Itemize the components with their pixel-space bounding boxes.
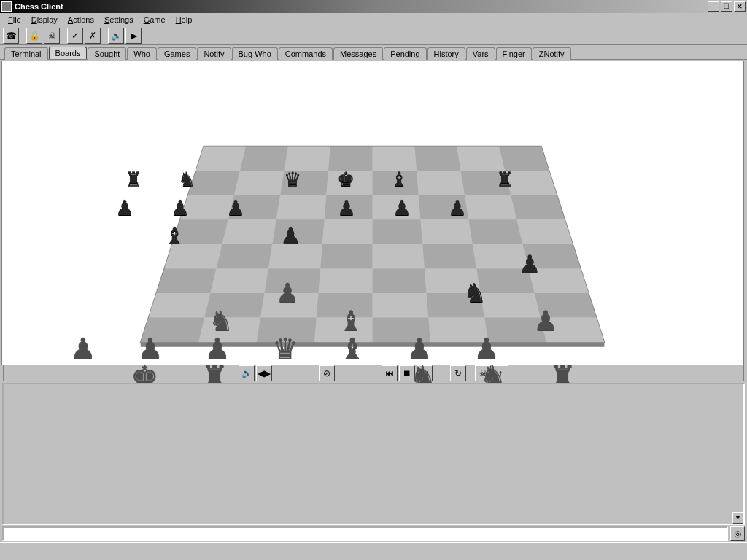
decline-button[interactable]: ✗ (85, 28, 101, 44)
close-button[interactable]: ✕ (734, 1, 746, 12)
svg-marker-30 (373, 219, 423, 244)
svg-marker-47 (425, 268, 481, 293)
check-icon: ✓ (71, 31, 79, 41)
svg-marker-16 (461, 171, 511, 195)
svg-marker-27 (222, 219, 276, 244)
svg-marker-8 (457, 146, 505, 171)
tab-sought[interactable]: Sought (88, 47, 126, 60)
tab-history[interactable]: History (427, 47, 465, 60)
svg-marker-17 (505, 171, 557, 195)
svg-marker-14 (373, 171, 419, 195)
connect-button[interactable]: ☎ (3, 28, 19, 44)
svg-marker-18 (180, 195, 234, 220)
board-controls: 🔊 ◀▶ ⊘ ⏮ ⏹ ⏭ ↻ ☠ ↑ (3, 365, 744, 381)
svg-marker-42 (156, 268, 216, 293)
menu-display[interactable]: Display (26, 15, 63, 25)
menubar: File Display Actions Settings Game Help (0, 13, 747, 26)
menu-help[interactable]: Help (171, 15, 198, 25)
sound-icon: 🔊 (111, 31, 122, 41)
svg-marker-7 (414, 146, 460, 171)
command-input[interactable] (2, 526, 728, 541)
svg-marker-33 (516, 219, 573, 244)
menu-game[interactable]: Game (139, 15, 171, 25)
tab-finger[interactable]: Finger (496, 47, 532, 60)
flip-board-button[interactable]: ◀▶ (256, 365, 272, 381)
lock-button[interactable]: 🔒 (26, 28, 42, 44)
minimize-button[interactable]: _ (708, 1, 719, 12)
skull-button-2[interactable]: ☠ (475, 365, 491, 381)
svg-marker-50 (149, 293, 211, 318)
tab-pending[interactable]: Pending (384, 47, 426, 60)
svg-marker-15 (417, 171, 465, 195)
svg-marker-53 (317, 293, 373, 318)
maximize-button[interactable]: ❐ (721, 1, 732, 12)
svg-marker-28 (272, 219, 324, 244)
takeback-button[interactable]: ↑ (492, 365, 508, 381)
stop-icon: ⏹ (403, 368, 411, 378)
svg-marker-25 (511, 195, 565, 220)
tab-notify[interactable]: Notify (197, 47, 231, 60)
menu-settings[interactable]: Settings (99, 15, 139, 25)
svg-marker-55 (427, 293, 484, 318)
play-button[interactable]: ▶ (125, 28, 142, 44)
svg-marker-46 (373, 268, 427, 293)
svg-marker-36 (268, 244, 322, 269)
send-button[interactable]: ◎ (730, 526, 745, 541)
svg-marker-29 (322, 219, 373, 244)
skull-icon: ☠ (48, 31, 56, 41)
svg-marker-63 (428, 318, 488, 343)
first-move-button[interactable]: ⏮ (382, 365, 398, 381)
lock-icon: 🔒 (29, 31, 40, 41)
svg-marker-2 (196, 146, 246, 171)
last-move-button[interactable]: ⏭ (417, 365, 433, 381)
refresh-button[interactable]: ↻ (450, 365, 466, 381)
first-icon: ⏮ (385, 368, 394, 378)
svg-marker-39 (422, 244, 476, 269)
svg-marker-31 (421, 219, 473, 244)
window-title: Chess Client (15, 2, 63, 11)
svg-marker-45 (319, 268, 373, 293)
tab-znotify[interactable]: ZNotify (533, 47, 571, 60)
tab-messages[interactable]: Messages (333, 47, 383, 60)
svg-marker-1 (141, 342, 605, 347)
chess-board[interactable] (2, 61, 743, 365)
svg-marker-26 (172, 219, 228, 244)
skull-button[interactable]: ☠ (44, 28, 60, 44)
x-icon: ✗ (89, 31, 96, 41)
tab-who[interactable]: Who (127, 47, 157, 60)
menu-file[interactable]: File (3, 15, 26, 25)
tab-vars[interactable]: Vars (466, 47, 495, 60)
svg-marker-59 (198, 318, 260, 343)
last-icon: ⏭ (420, 368, 429, 378)
tabstrip: TerminalBoardsSoughtWhoGamesNotifyBug Wh… (0, 45, 747, 60)
svg-marker-13 (326, 171, 372, 195)
svg-marker-65 (541, 318, 605, 343)
svg-marker-20 (276, 195, 327, 220)
tab-terminal[interactable]: Terminal (4, 47, 48, 60)
no-game-button[interactable]: ⊘ (319, 365, 335, 381)
svg-marker-43 (210, 268, 268, 293)
tab-games[interactable]: Games (158, 47, 196, 60)
svg-marker-51 (204, 293, 264, 318)
toolbar: ☎ 🔒 ☠ ✓ ✗ 🔊 ▶ (0, 26, 747, 45)
tab-commands[interactable]: Commands (279, 47, 333, 60)
menu-actions[interactable]: Actions (63, 15, 99, 25)
scrollbar[interactable]: ▼ (732, 384, 743, 524)
tab-bug-who[interactable]: Bug Who (232, 47, 278, 60)
svg-marker-61 (314, 318, 372, 343)
scroll-down-button[interactable]: ▼ (732, 512, 743, 524)
svg-marker-21 (325, 195, 373, 220)
board-panel[interactable]: ♜♞♛♚♝♜♟♟♟♟♟♟♝♟♟♟♞♞♝♟♟♟♟♛♝♟♟♚♜♞♞♜ (1, 61, 744, 365)
sound-toggle-button[interactable]: 🔊 (239, 365, 255, 381)
svg-marker-9 (499, 146, 549, 171)
app-icon (1, 1, 12, 12)
refresh-icon: ↻ (454, 368, 462, 378)
accept-button[interactable]: ✓ (67, 28, 83, 44)
svg-marker-22 (373, 195, 421, 220)
stop-button[interactable]: ⏹ (399, 365, 415, 381)
play-icon: ▶ (131, 31, 137, 41)
svg-marker-32 (468, 219, 522, 244)
svg-marker-19 (228, 195, 280, 220)
sound-button[interactable]: 🔊 (108, 28, 124, 44)
tab-boards[interactable]: Boards (49, 47, 88, 59)
